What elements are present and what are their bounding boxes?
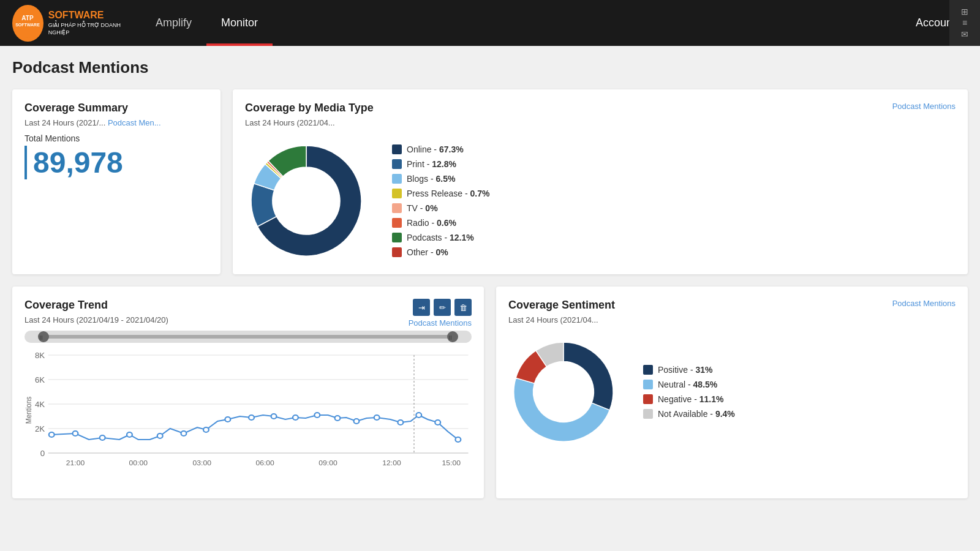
trend-chart-area: 8K 6K 4K 2K 0 Mentions 21:00 (24, 349, 472, 486)
legend-color (392, 159, 402, 169)
legend-label: Print - 12.8% (407, 159, 456, 169)
trend-header: Coverage Trend Last 24 Hours (2021/04/19… (24, 299, 472, 331)
legend-label: Other - 0% (407, 247, 448, 257)
legend-color (392, 189, 402, 198)
header: ATP SOFTWARE SOFTWARE GIẢI PHÁP HỖ TRỢ D… (0, 0, 980, 46)
sentiment-legend-color (643, 380, 653, 389)
svg-point-38 (416, 413, 421, 418)
media-donut-chart (245, 140, 368, 262)
legend-color (392, 174, 402, 184)
svg-point-30 (249, 415, 254, 420)
legend-color (392, 247, 402, 257)
svg-text:00:00: 00:00 (129, 460, 148, 467)
svg-point-26 (157, 433, 163, 438)
sentiment-legend-item: Positive - 31% (643, 365, 735, 375)
legend-item: Radio - 0.6% (392, 218, 489, 228)
range-handle-left[interactable]: ⏸ (38, 331, 49, 342)
svg-text:ATP: ATP (22, 15, 34, 21)
legend-label: Press Release - 0.7% (407, 189, 489, 198)
trend-link[interactable]: Podcast Mentions (409, 318, 472, 328)
list-icon[interactable]: ≡ (956, 17, 974, 28)
sentiment-legend-item: Not Available - 9.4% (643, 409, 735, 419)
sentiment-subtitle: Last 24 Hours (2021/04... (508, 315, 615, 324)
chat-icon[interactable]: ✉ (956, 29, 974, 40)
legend-color (392, 203, 402, 213)
grid-icon[interactable]: ⊞ (956, 6, 974, 17)
bottom-row: Coverage Trend Last 24 Hours (2021/04/19… (12, 287, 968, 498)
trend-toolbar: ⇥ ✏ 🗑 (413, 299, 472, 316)
range-handle-right[interactable]: ⏸ (447, 331, 458, 342)
export-button[interactable]: ⇥ (413, 299, 430, 316)
page-content: Podcast Mentions Coverage Summary Last 2… (0, 46, 980, 511)
trend-subtitle: Last 24 Hours (2021/04/19 - 2021/04/20) (24, 315, 168, 324)
sentiment-header: Coverage Sentiment Last 24 Hours (2021/0… (508, 299, 956, 331)
coverage-sentiment-card: Coverage Sentiment Last 24 Hours (2021/0… (496, 287, 968, 498)
coverage-summary-subtitle: Last 24 Hours (2021/... Podcast Men... (24, 118, 208, 127)
range-slider[interactable]: ⏸ ⏸ (24, 331, 472, 343)
svg-text:15:00: 15:00 (442, 460, 461, 467)
sentiment-legend-item: Negative - 11.1% (643, 394, 735, 404)
coverage-media-link[interactable]: Podcast Mentions (892, 102, 956, 111)
svg-text:4K: 4K (35, 401, 45, 409)
legend-item: Print - 12.8% (392, 159, 489, 169)
svg-text:SOFTWARE: SOFTWARE (16, 23, 40, 27)
svg-point-28 (203, 427, 209, 432)
trend-title: Coverage Trend (24, 299, 168, 312)
svg-text:12:00: 12:00 (382, 460, 401, 467)
svg-text:8K: 8K (35, 352, 45, 360)
svg-text:03:00: 03:00 (193, 460, 211, 467)
coverage-media-card: Coverage by Media Type Last 24 Hours (20… (233, 89, 968, 274)
sentiment-content: Positive - 31% Neutral - 48.5% Negative … (508, 337, 956, 447)
legend-color (392, 218, 402, 228)
coverage-summary-link[interactable]: Podcast Men... (108, 118, 161, 127)
nav-amplify[interactable]: Amplify (141, 0, 206, 46)
svg-point-33 (314, 413, 320, 418)
sentiment-legend-label: Not Available - 9.4% (658, 409, 735, 419)
sentiment-legend-label: Negative - 11.1% (658, 394, 723, 404)
legend-color (392, 233, 402, 242)
legend-item: TV - 0% (392, 203, 489, 213)
svg-point-36 (374, 415, 380, 420)
legend-item: Blogs - 6.5% (392, 174, 489, 184)
coverage-media-subtitle: Last 24 Hours (2021/04... (245, 118, 374, 127)
media-legend: Online - 67.3% Print - 12.8% Blogs - 6.5… (392, 144, 489, 257)
coverage-media-title: Coverage by Media Type (245, 102, 374, 114)
sentiment-legend-color (643, 365, 653, 375)
legend-item: Other - 0% (392, 247, 489, 257)
coverage-summary-card: Coverage Summary Last 24 Hours (2021/...… (12, 89, 221, 274)
legend-item: Online - 67.3% (392, 144, 489, 154)
svg-point-40 (455, 437, 461, 442)
svg-point-24 (100, 435, 105, 440)
sentiment-legend-color (643, 409, 653, 419)
sentiment-link[interactable]: Podcast Mentions (892, 299, 956, 308)
svg-point-29 (225, 417, 230, 422)
legend-label: Radio - 0.6% (407, 218, 456, 228)
coverage-trend-card: Coverage Trend Last 24 Hours (2021/04/19… (12, 287, 484, 498)
svg-text:06:00: 06:00 (255, 460, 274, 467)
svg-point-37 (398, 420, 403, 425)
nav-monitor[interactable]: Monitor (206, 0, 273, 46)
legend-color (392, 144, 402, 154)
logo-text: SOFTWARE GIẢI PHÁP HỖ TRỢ DOANH NGHIỆP (48, 9, 129, 36)
delete-button[interactable]: 🗑 (454, 299, 472, 316)
svg-point-31 (271, 414, 277, 419)
svg-point-22 (49, 432, 55, 437)
svg-point-27 (181, 431, 187, 436)
legend-label: Blogs - 6.5% (407, 174, 455, 184)
coverage-summary-title: Coverage Summary (24, 102, 208, 114)
svg-text:Mentions: Mentions (25, 397, 33, 424)
svg-point-35 (354, 419, 360, 424)
svg-point-32 (293, 415, 298, 420)
svg-text:6K: 6K (35, 377, 45, 384)
svg-text:09:00: 09:00 (318, 460, 337, 467)
sentiment-legend-color (643, 394, 653, 404)
sentiment-title: Coverage Sentiment (508, 299, 615, 312)
legend-label: TV - 0% (407, 203, 438, 213)
sentiment-donut-chart (508, 337, 619, 447)
legend-label: Podcasts - 12.1% (407, 233, 474, 242)
edit-button[interactable]: ✏ (434, 299, 451, 316)
sentiment-legend-label: Positive - 31% (658, 365, 713, 375)
media-header: Coverage by Media Type Last 24 Hours (20… (245, 102, 956, 133)
media-content: Online - 67.3% Print - 12.8% Blogs - 6.5… (245, 140, 956, 262)
logo-icon: ATP SOFTWARE (12, 5, 43, 42)
